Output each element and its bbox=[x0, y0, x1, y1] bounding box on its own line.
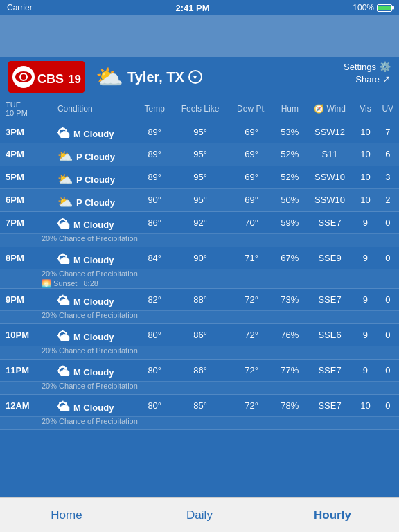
condition-text: M Cloudy bbox=[73, 332, 114, 342]
row-vis: 10 bbox=[354, 189, 376, 212]
row-vis: 9 bbox=[354, 324, 376, 346]
condition-icon: 🌥 bbox=[57, 365, 70, 380]
condition-text: M Cloudy bbox=[73, 129, 114, 139]
row-dew-pt: 69° bbox=[229, 189, 274, 212]
condition-text: M Cloudy bbox=[73, 296, 114, 307]
row-temp: 89° bbox=[138, 166, 172, 189]
share-icon: ↗ bbox=[382, 73, 391, 85]
header-temp: Temp bbox=[138, 97, 172, 121]
row-condition: 🌥 M Cloudy bbox=[55, 121, 138, 143]
row-condition: 🌥 M Cloudy bbox=[55, 289, 138, 311]
table-row: 12AM 🌥 M Cloudy 80° 85° 72° 78% SSE7 10 … bbox=[0, 395, 399, 417]
row-feels-like: 86° bbox=[172, 324, 229, 346]
header-vis: Vis bbox=[354, 97, 376, 121]
row-vis: 9 bbox=[354, 212, 376, 234]
row-hum: 78% bbox=[274, 395, 305, 417]
row-wind: SSE6 bbox=[305, 324, 355, 346]
row-hum: 73% bbox=[274, 289, 305, 311]
row-wind: SSE7 bbox=[305, 395, 355, 417]
condition-text: M Cloudy bbox=[73, 367, 114, 378]
condition-text: P Cloudy bbox=[76, 152, 115, 162]
row-uv: 0 bbox=[377, 289, 400, 311]
row-condition: 🌥 M Cloudy bbox=[55, 324, 138, 346]
row-wind: SSE7 bbox=[305, 212, 355, 234]
svg-text:CBS: CBS bbox=[37, 72, 64, 86]
row-temp: 89° bbox=[138, 143, 172, 166]
row-feels-like: 90° bbox=[172, 247, 229, 269]
time-label: 2:41 PM bbox=[175, 3, 209, 13]
row-time: 11PM bbox=[0, 360, 55, 382]
condition-text: P Cloudy bbox=[76, 175, 115, 185]
row-condition: 🌥 M Cloudy bbox=[55, 212, 138, 234]
table-row: 7PM 🌥 M Cloudy 86° 92° 70° 59% SSE7 9 0 bbox=[0, 212, 399, 234]
table-row-sub: 20% Chance of Precipitation bbox=[0, 346, 399, 360]
settings-button[interactable]: Settings ⚙️ bbox=[344, 61, 391, 72]
row-time: 12AM bbox=[0, 395, 55, 417]
svg-text:19: 19 bbox=[68, 73, 81, 86]
row-wind: S11 bbox=[305, 143, 355, 166]
row-hum: 67% bbox=[274, 247, 305, 269]
row-vis: 9 bbox=[354, 247, 376, 269]
battery-fill bbox=[378, 6, 391, 10]
row-vis: 10 bbox=[354, 166, 376, 189]
row-dew-pt: 69° bbox=[229, 143, 274, 166]
table-row: 9PM 🌥 M Cloudy 82° 88° 72° 73% SSE7 9 0 bbox=[0, 289, 399, 311]
row-hum: 53% bbox=[274, 121, 305, 143]
header: CBS 19 ⛅ Tyler, TX ▾ Settings ⚙️ Share ↗ bbox=[0, 57, 399, 97]
table-header-row: TUE10 PM Condition Temp Feels Like Dew P… bbox=[0, 97, 399, 121]
header-date: TUE10 PM bbox=[0, 97, 55, 121]
row-wind: SSW10 bbox=[305, 189, 355, 212]
row-uv: 0 bbox=[377, 360, 400, 382]
header-condition: Condition bbox=[55, 97, 138, 121]
precip-text: 20% Chance of Precipitation bbox=[42, 269, 396, 278]
row-feels-like: 95° bbox=[172, 166, 229, 189]
row-wind: SSE7 bbox=[305, 360, 355, 382]
table-row: 6PM ⛅ P Cloudy 90° 95° 69° 50% SSW10 10 … bbox=[0, 189, 399, 212]
row-condition: ⛅ P Cloudy bbox=[55, 143, 138, 166]
condition-icon: 🌥 bbox=[57, 294, 70, 309]
current-weather-icon: ⛅ bbox=[96, 64, 123, 90]
row-temp: 86° bbox=[138, 212, 172, 234]
precip-text: 20% Chance of Precipitation bbox=[42, 346, 396, 355]
settings-icon: ⚙️ bbox=[379, 61, 391, 72]
battery-area: 100% bbox=[353, 3, 392, 12]
condition-icon: 🌥 bbox=[57, 400, 70, 415]
carrier-label: Carrier bbox=[7, 3, 33, 12]
tab-hourly[interactable]: Hourly bbox=[266, 500, 399, 531]
row-dew-pt: 72° bbox=[229, 395, 274, 417]
row-hum: 59% bbox=[274, 212, 305, 234]
condition-icon: 🌥 bbox=[57, 218, 70, 232]
row-uv: 6 bbox=[377, 143, 400, 166]
row-uv: 2 bbox=[377, 189, 400, 212]
condition-icon: ⛅ bbox=[57, 172, 73, 187]
row-vis: 10 bbox=[354, 121, 376, 143]
row-time: 3PM bbox=[0, 121, 55, 143]
row-feels-like: 95° bbox=[172, 121, 229, 143]
header-hum: Hum bbox=[274, 97, 305, 121]
header-actions: Settings ⚙️ Share ↗ bbox=[344, 61, 391, 85]
condition-text: M Cloudy bbox=[73, 220, 114, 230]
location-dropdown-button[interactable]: ▾ bbox=[188, 70, 202, 84]
share-button[interactable]: Share ↗ bbox=[355, 73, 391, 85]
precip-text: 20% Chance of Precipitation bbox=[42, 311, 396, 319]
row-wind: SSE9 bbox=[305, 247, 355, 269]
row-temp: 82° bbox=[138, 289, 172, 311]
row-vis: 9 bbox=[354, 360, 376, 382]
row-temp: 80° bbox=[138, 324, 172, 346]
table-row: 11PM 🌥 M Cloudy 80° 86° 72° 77% SSE7 9 0 bbox=[0, 360, 399, 382]
header-wind: 🧭 Wind bbox=[305, 97, 355, 121]
row-feels-like: 92° bbox=[172, 212, 229, 234]
row-hum: 52% bbox=[274, 143, 305, 166]
extra-text: 🌅 Sunset 8:28 bbox=[42, 279, 396, 288]
table-row-sub: 20% Chance of Precipitation bbox=[0, 417, 399, 430]
tab-home[interactable]: Home bbox=[0, 500, 133, 531]
tab-daily[interactable]: Daily bbox=[133, 500, 266, 531]
location-text: Tyler, TX bbox=[127, 69, 184, 85]
svg-point-4 bbox=[21, 74, 26, 80]
table-row-sub: 20% Chance of Precipitation bbox=[0, 234, 399, 247]
row-condition: ⛅ P Cloudy bbox=[55, 189, 138, 212]
tab-bar: Home Daily Hourly bbox=[0, 497, 399, 532]
row-wind: SSW10 bbox=[305, 166, 355, 189]
condition-text: P Cloudy bbox=[76, 197, 115, 208]
row-dew-pt: 71° bbox=[229, 247, 274, 269]
